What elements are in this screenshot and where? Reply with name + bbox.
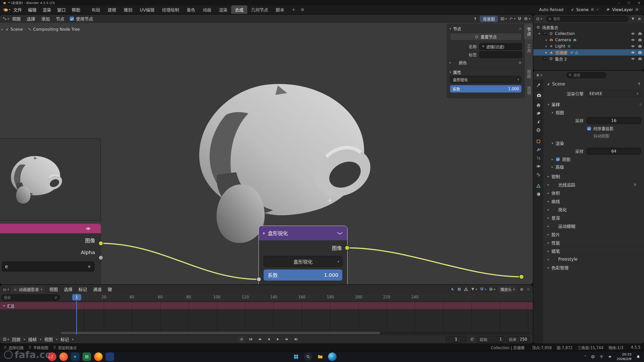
panel-drag-dots-icon[interactable] <box>519 27 522 30</box>
playback-menu[interactable]: 回放 <box>9 336 24 342</box>
render-layers-header[interactable] <box>0 224 101 233</box>
scene-selector[interactable]: Scene <box>568 6 601 13</box>
temporal-reprojection-checkbox[interactable] <box>587 126 591 130</box>
render-layers-node[interactable]: 图像 Alpha e <box>0 138 101 284</box>
render-visibility-icon[interactable] <box>638 44 642 48</box>
play-button[interactable] <box>274 336 281 343</box>
marker-menu[interactable]: 标记 <box>57 336 72 342</box>
dope-sheet-content[interactable]: 20 40 60 80 100 120 140 160 180 200 220 … <box>0 294 533 335</box>
current-frame-badge[interactable]: 1 <box>72 294 81 300</box>
channel-search-input[interactable] <box>4 296 47 300</box>
tray-expand-icon[interactable]: ⌃ <box>584 355 587 358</box>
panel-row-performance[interactable]: ▸性能 <box>543 238 644 247</box>
panel-row-color-management[interactable]: ▸色彩管理 <box>543 263 644 272</box>
workspace-tab-uv-editing[interactable]: UV编辑 <box>136 5 158 14</box>
hide-eye-icon[interactable] <box>631 51 635 55</box>
minimize-button[interactable]: – <box>614 0 624 5</box>
app-icon-music[interactable]: ♪ <box>48 352 56 361</box>
workspace-tab-sculpting[interactable]: 雕刻 <box>120 5 136 14</box>
panel-row-volumes[interactable]: ▸体积 <box>543 189 644 197</box>
volume-icon[interactable] <box>608 355 612 359</box>
properties-tab-physics[interactable] <box>536 164 541 169</box>
menu-window[interactable]: 窗口 <box>54 7 69 13</box>
panel-header-sampling[interactable]: ▾ 采样 <box>543 100 644 109</box>
clear-scene-icon[interactable] <box>87 264 91 269</box>
maximize-button[interactable]: ▢ <box>624 0 634 5</box>
notifications-icon[interactable] <box>636 355 640 359</box>
dope-sheet-editor-icon[interactable] <box>3 287 7 291</box>
show-errors-icon[interactable] <box>464 287 468 291</box>
show-hidden-icon[interactable] <box>457 287 461 291</box>
panel-row-depth-of-field[interactable]: ▸景深 <box>543 213 644 222</box>
app-icon-orange[interactable] <box>59 352 68 361</box>
expand-chevron-icon[interactable]: ▸ <box>543 38 549 42</box>
app-icon-excel[interactable] <box>83 352 91 361</box>
color-section-title[interactable]: 颜色 <box>459 60 467 66</box>
outliner-row-collection-2[interactable]: ✓ 集合 2 <box>533 56 644 62</box>
jittered-shadows-row[interactable]: 抖动阴影 <box>543 132 644 139</box>
outliner-row-light[interactable]: ▸ Light <box>533 43 644 49</box>
motion-blur-checkbox[interactable] <box>552 224 556 228</box>
render-visibility-icon[interactable] <box>638 32 642 36</box>
menu-edit[interactable]: 编辑 <box>25 7 39 13</box>
workspace-tab-rendering[interactable]: 渲染 <box>215 5 231 14</box>
sidebar-tab-tool[interactable]: 工具 <box>524 41 533 56</box>
network-icon[interactable] <box>599 355 603 359</box>
keyframe-area[interactable] <box>61 301 533 331</box>
outliner-row-camera[interactable]: ▸ Camera <box>533 37 644 43</box>
properties-tab-object-data[interactable] <box>536 184 541 188</box>
node-canvas[interactable]: ▸ Scene › Compositing Node Tree 图像 <box>0 23 533 284</box>
panel-row-freestyle[interactable]: ▸ Freestyle <box>543 255 644 263</box>
outliner-editor-icon[interactable] <box>536 17 540 21</box>
properties-tab-material[interactable] <box>536 192 541 197</box>
collapse-chevron-icon[interactable]: ▾ <box>263 231 265 236</box>
panel-drag-dots-icon[interactable] <box>639 103 642 106</box>
properties-tab-particles[interactable] <box>536 156 541 160</box>
panel-row-clamping[interactable]: ▸钳制 <box>543 172 644 180</box>
proportional-edit-icon[interactable] <box>489 287 493 291</box>
dope-menu-channel[interactable]: 通道 <box>90 286 105 292</box>
only-selected-icon[interactable] <box>450 287 455 291</box>
workspace-tab-compositing[interactable]: 合成 <box>231 5 247 14</box>
jittered-shadows-checkbox[interactable] <box>587 134 591 138</box>
workspace-tab-shading[interactable]: 着色 <box>183 5 199 14</box>
temporal-reprojection-row[interactable]: 时序重投影 <box>543 125 644 132</box>
dope-sheet-mode-dropdown[interactable]: 动画摄影表 ▾ <box>11 286 45 293</box>
file-explorer-icon[interactable] <box>316 352 325 361</box>
hide-eye-icon[interactable] <box>631 32 635 36</box>
panel-row-raytracing[interactable]: ▸ 光线追踪 <box>543 180 644 189</box>
subpanel-viewport[interactable]: ▾ 视图 <box>543 109 644 116</box>
properties-tab-object[interactable] <box>536 139 541 144</box>
node-menu-select[interactable]: 选择 <box>24 16 38 22</box>
workspace-tab-layout[interactable]: 布局 <box>88 5 104 14</box>
node-menu-add[interactable]: 添加 <box>38 16 53 22</box>
add-workspace-button[interactable]: + <box>288 5 299 14</box>
dope-menu-view[interactable]: 视图 <box>46 286 61 292</box>
previous-keyframe-button[interactable] <box>256 336 263 343</box>
outliner-search[interactable] <box>546 16 628 22</box>
collection-2-checkbox[interactable]: ✓ <box>543 57 546 60</box>
workspace-tab-geometry-nodes[interactable]: 几何节点 <box>247 5 272 14</box>
use-preview-range-icon[interactable] <box>470 337 474 341</box>
properties-tab-view-layer[interactable] <box>536 111 541 116</box>
properties-tab-render[interactable] <box>537 93 541 98</box>
properties-search-input[interactable] <box>573 73 596 77</box>
subpanel-shadows[interactable]: ▸ 阴影 <box>543 155 644 163</box>
outliner-search-input[interactable] <box>553 17 576 21</box>
proportional-falloff-icon[interactable] <box>509 17 513 21</box>
dope-menu-marker[interactable]: 标记 <box>75 286 90 292</box>
properties-tab-scene[interactable] <box>536 119 541 124</box>
box-sharpen-node[interactable]: ▾ 盒形锐化 图像 盒形锐化 ▾ 系数 1. <box>259 226 347 284</box>
hide-eye-icon[interactable] <box>631 38 635 42</box>
raytracing-checkbox[interactable] <box>552 183 556 186</box>
properties-tab-constraints[interactable] <box>536 172 541 177</box>
socket-composite-input[interactable] <box>519 275 524 279</box>
app-icon-player[interactable] <box>71 352 79 361</box>
panel-row-film[interactable]: ▸胶片 <box>543 230 644 238</box>
simplify-checkbox[interactable] <box>552 207 556 211</box>
panel-row-grease-pencil[interactable]: ▸蜡笔 <box>543 247 644 255</box>
close-button[interactable]: × <box>634 0 644 5</box>
clock-tray[interactable]: 20:33 2026/2/8 <box>617 352 631 361</box>
keying-dot-icon[interactable] <box>520 287 524 291</box>
scene-field[interactable]: e <box>2 261 95 272</box>
